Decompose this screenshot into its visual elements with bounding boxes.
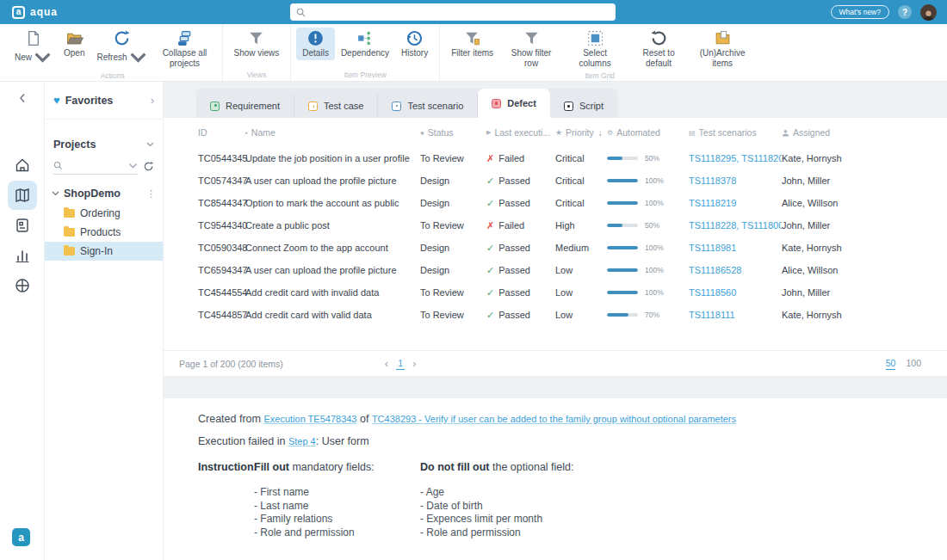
- column-header-assigned[interactable]: Assigned: [782, 127, 921, 138]
- test-scenario-link[interactable]: TS1118228, TS1118002: [689, 220, 782, 231]
- page-size-100[interactable]: 100: [906, 358, 921, 370]
- test-scenario-link[interactable]: TS1118219: [689, 198, 736, 208]
- progress-percent: 50%: [645, 221, 659, 230]
- reset-icon: [650, 29, 668, 47]
- instruction-item: - Age: [420, 486, 574, 500]
- tree-node-shopdemo[interactable]: ShopDemo ⋮: [45, 183, 163, 204]
- group-caption: Views: [228, 69, 286, 80]
- filter-row-icon: [523, 29, 541, 47]
- next-page-button[interactable]: ›: [412, 357, 416, 370]
- test-scenario-link[interactable]: TS1118981: [689, 243, 736, 253]
- test-case-link[interactable]: TC438293 - Verify if user can be added t…: [372, 414, 736, 424]
- tree-item-products[interactable]: Products: [45, 223, 163, 242]
- chevron-right-icon[interactable]: ›: [151, 95, 154, 107]
- test-scenario-link[interactable]: TS11186528: [689, 265, 741, 275]
- table-row[interactable]: TC4544554 Add credit card with invalid d…: [198, 281, 921, 304]
- tab-test-scenario[interactable]: Test scenario: [378, 94, 478, 118]
- table-row[interactable]: TC0544345 Update the job position in a u…: [198, 147, 921, 169]
- cell-id: TC8544347: [198, 198, 245, 208]
- collapse-projects-icon: [176, 29, 194, 47]
- chevron-down-icon[interactable]: [52, 191, 59, 196]
- table-row[interactable]: TC9544340 Create a public post To Review…: [198, 214, 921, 237]
- sidebar: ♥ Favorites › Projects ShopDemo ⋮ Orderi…: [45, 82, 164, 560]
- cell-test-scenarios: TS1118981: [689, 243, 782, 253]
- rail-projects-button[interactable]: [8, 181, 37, 210]
- column-label: Name: [251, 127, 275, 138]
- history-button[interactable]: History: [395, 28, 434, 60]
- kebab-menu-icon[interactable]: ⋮: [146, 188, 156, 200]
- refresh-button[interactable]: Refresh: [90, 28, 152, 68]
- select-columns-button[interactable]: Select columns: [563, 28, 627, 70]
- column-header-name[interactable]: ▪Name: [245, 127, 420, 138]
- progress-percent: 50%: [645, 154, 659, 163]
- column-header-automated[interactable]: ⚙Automated: [607, 127, 689, 138]
- whats-new-button[interactable]: What's new?: [831, 5, 889, 19]
- column-header-status[interactable]: ●Status: [420, 127, 486, 138]
- gear-icon: ⚙: [607, 129, 613, 137]
- tree-item-sign-in[interactable]: Sign-In: [45, 242, 163, 261]
- collapse-sidebar-button[interactable]: [17, 92, 28, 108]
- cell-assigned: John, Miller: [782, 220, 921, 231]
- test-scenario-link[interactable]: TS1118295, TS1118203: [689, 153, 782, 163]
- table-row[interactable]: TC0574347 A user can upload the profile …: [198, 169, 921, 192]
- column-header-id[interactable]: ID: [198, 127, 245, 138]
- tab-label: Test scenario: [407, 101, 463, 111]
- unarchive-items-button[interactable]: (Un)Archive items: [690, 28, 754, 70]
- details-button[interactable]: Details: [296, 28, 335, 60]
- test-scenario-link[interactable]: TS1118111: [689, 310, 735, 320]
- rail-reports-button[interactable]: [8, 211, 37, 240]
- test-scenario-link[interactable]: TS1118560: [689, 287, 736, 298]
- cell-automated: 70%: [607, 311, 689, 319]
- rail-home-button[interactable]: [8, 151, 37, 180]
- reset-to-default-button[interactable]: Reset to default: [627, 28, 690, 70]
- show-views-button[interactable]: Show views: [228, 28, 286, 60]
- tree-item-ordering[interactable]: Ordering: [45, 204, 163, 223]
- tab-requirement[interactable]: Requirement: [196, 94, 294, 118]
- rail-integrations-button[interactable]: [8, 271, 37, 300]
- prev-page-button[interactable]: ‹: [385, 357, 388, 370]
- chevron-down-icon[interactable]: [128, 161, 138, 170]
- table-row[interactable]: TC0590348 Connect Zoom to the app accoun…: [198, 237, 921, 259]
- page-size-50[interactable]: 50: [886, 358, 896, 370]
- global-search[interactable]: [290, 3, 616, 21]
- tab-defect[interactable]: Defect: [478, 89, 550, 118]
- tab-test-case[interactable]: Test case: [294, 94, 378, 118]
- test-scenario-link[interactable]: TS1118378: [689, 175, 736, 186]
- test-scenario-icon: [392, 102, 401, 111]
- help-icon[interactable]: ?: [898, 5, 912, 19]
- show-filter-row-button[interactable]: Show filter row: [499, 28, 563, 70]
- projects-header[interactable]: Projects: [45, 120, 163, 157]
- tree-item-label: Ordering: [80, 207, 121, 219]
- column-header-priority[interactable]: ★Priority↓: [555, 127, 607, 138]
- filter-items-button[interactable]: Filter items: [445, 28, 499, 60]
- search-input[interactable]: [310, 8, 610, 17]
- funnel-icon: [247, 29, 265, 47]
- project-search-input[interactable]: [53, 157, 138, 175]
- refresh-tree-icon[interactable]: [143, 161, 154, 172]
- execution-result-text: Passed: [498, 243, 530, 253]
- progress-bar: [607, 179, 638, 182]
- open-button[interactable]: Open: [58, 28, 90, 60]
- cell-name: Option to mark the account as public: [245, 198, 420, 208]
- cell-last-execution: ✗ Failed: [486, 153, 555, 164]
- tab-script[interactable]: Script: [550, 94, 617, 118]
- execution-result-text: Passed: [498, 198, 530, 208]
- rail-charts-button[interactable]: [8, 241, 37, 270]
- dependency-button[interactable]: Dependency: [335, 28, 395, 60]
- column-header-last-execution[interactable]: ▶Last executi...: [486, 127, 555, 138]
- page-number[interactable]: 1: [396, 358, 405, 370]
- avatar[interactable]: [920, 4, 937, 21]
- favorites-row[interactable]: ♥ Favorites ›: [45, 82, 163, 120]
- column-header-test-scenarios[interactable]: ▤Test scenarios: [689, 127, 782, 138]
- cell-status: To Review: [420, 153, 486, 163]
- cell-assigned: Kate, Hornysh: [782, 243, 921, 253]
- step-link[interactable]: Step 4: [288, 436, 316, 446]
- table-row[interactable]: TC8544347 Option to mark the account as …: [198, 192, 921, 214]
- execution-link[interactable]: Execution TE5478343: [263, 414, 356, 424]
- show-views-label: Show views: [234, 48, 280, 58]
- table-row[interactable]: TC4544857 Add credit card with valid dat…: [198, 304, 921, 326]
- new-button[interactable]: New: [9, 28, 58, 68]
- collapse-all-projects-button[interactable]: Collapse all projects: [153, 28, 217, 70]
- details-panel: Created from Execution TE5478343 of TC43…: [164, 398, 947, 560]
- table-row[interactable]: TC6594347 A user can upload the profile …: [198, 259, 921, 281]
